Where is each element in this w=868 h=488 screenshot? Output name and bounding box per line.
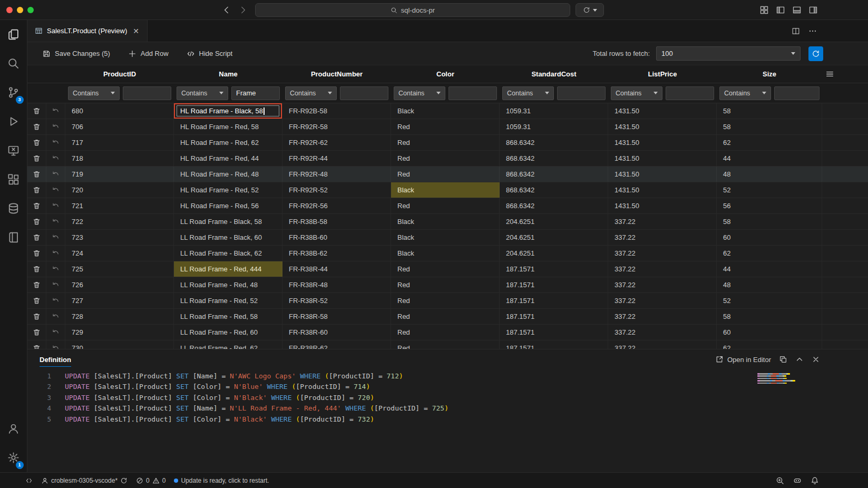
copy-icon[interactable]	[779, 355, 787, 364]
filter-operator-name[interactable]: Contains	[177, 86, 228, 100]
cell-name[interactable]: LL Road Frame - Red, 48	[174, 277, 282, 292]
cell-size[interactable]: 58	[717, 119, 822, 134]
cell-name[interactable]: HL Road Frame - Red, 52	[174, 182, 282, 198]
cell-name[interactable]: HL Road Frame - Black, 58	[174, 103, 282, 119]
column-header-size[interactable]: Size	[717, 70, 822, 78]
chevron-up-icon[interactable]	[795, 355, 804, 364]
cell-standard-cost[interactable]: 204.6251	[500, 230, 608, 245]
cell-standard-cost[interactable]: 187.1571	[500, 293, 608, 308]
open-in-editor-button[interactable]: Open in Editor	[715, 355, 771, 364]
table-row[interactable]: 724 LL Road Frame - Black, 62 FR-R38B-62…	[27, 246, 868, 261]
table-row[interactable]: 729 LL Road Frame - Red, 60 FR-R38R-60 R…	[27, 325, 868, 340]
cell-name[interactable]: LL Road Frame - Red, 444	[174, 261, 282, 277]
cell-product-number[interactable]: FR-R92R-62	[282, 135, 391, 150]
revert-row-button[interactable]	[46, 277, 65, 292]
cell-name[interactable]: HL Road Frame - Red, 58	[174, 119, 282, 134]
bell-icon[interactable]	[811, 476, 819, 485]
cell-product-number[interactable]: FR-R92R-44	[282, 151, 391, 166]
cell-name[interactable]: LL Road Frame - Red, 58	[174, 309, 282, 324]
delete-row-button[interactable]	[27, 103, 46, 119]
table-row[interactable]: 722 LL Road Frame - Black, 58 FR-R38B-58…	[27, 214, 868, 230]
cell-list-price[interactable]: 1431.50	[608, 103, 717, 119]
cell-product-id[interactable]: 725	[65, 261, 174, 277]
cell-name[interactable]: LL Road Frame - Red, 60	[174, 325, 282, 340]
table-row[interactable]: 717 HL Road Frame - Red, 62 FR-R92R-62 R…	[27, 135, 868, 151]
cell-standard-cost[interactable]: 187.1571	[500, 277, 608, 292]
delete-row-button[interactable]	[27, 261, 46, 277]
column-header-standardcost[interactable]: StandardCost	[500, 70, 608, 78]
filter-operator-size[interactable]: Contains	[719, 86, 771, 100]
cell-color[interactable]: Red	[391, 340, 500, 349]
cell-size[interactable]: 60	[717, 325, 822, 340]
cell-product-id[interactable]: 724	[65, 246, 174, 261]
cell-product-number[interactable]: FR-R92R-58	[282, 119, 391, 134]
sidebar-item-run-debug[interactable]	[0, 107, 27, 136]
column-header-productnumber[interactable]: ProductNumber	[282, 70, 391, 78]
delete-row-button[interactable]	[27, 309, 46, 324]
table-row[interactable]: 730 LL Road Frame - Red, 62 FR-R38R-62 R…	[27, 340, 868, 349]
cell-product-id[interactable]: 720	[65, 182, 174, 198]
cell-list-price[interactable]: 1431.50	[608, 182, 717, 198]
toggle-secondary-sidebar-icon[interactable]	[808, 5, 818, 15]
cell-product-id[interactable]: 722	[65, 214, 174, 229]
cell-size[interactable]: 62	[717, 246, 822, 261]
cell-list-price[interactable]: 337.22	[608, 293, 717, 308]
revert-row-button[interactable]	[46, 214, 65, 229]
revert-row-button[interactable]	[46, 198, 65, 213]
cell-product-number[interactable]: FR-R38R-44	[282, 261, 391, 277]
cell-product-number[interactable]: FR-R92R-52	[282, 182, 391, 198]
cell-color[interactable]: Red	[391, 198, 500, 213]
zoom-in-icon[interactable]	[776, 476, 784, 485]
add-row-button[interactable]: Add Row	[128, 50, 169, 58]
cell-list-price[interactable]: 337.22	[608, 261, 717, 277]
revert-row-button[interactable]	[46, 230, 65, 245]
table-row[interactable]: 680 HL Road Frame - Black, 58 FR-R92B-58…	[27, 103, 868, 119]
cell-standard-cost[interactable]: 187.1571	[500, 340, 608, 349]
cell-color[interactable]: Red	[391, 277, 500, 292]
cell-color[interactable]: Red	[391, 151, 500, 166]
revert-row-button[interactable]	[46, 246, 65, 261]
cell-list-price[interactable]: 337.22	[608, 246, 717, 261]
cell-name[interactable]: LL Road Frame - Red, 62	[174, 340, 282, 349]
column-header-productid[interactable]: ProductID	[65, 70, 174, 78]
cell-size[interactable]: 62	[717, 135, 822, 150]
revert-row-button[interactable]	[46, 293, 65, 308]
cell-size[interactable]: 58	[717, 103, 822, 119]
cell-product-number[interactable]: FR-R38R-52	[282, 293, 391, 308]
cell-size[interactable]: 56	[717, 198, 822, 213]
cell-product-number[interactable]: FR-R38R-48	[282, 277, 391, 292]
grid-menu-icon[interactable]	[822, 70, 868, 79]
table-row[interactable]: 727 LL Road Frame - Red, 52 FR-R38R-52 R…	[27, 293, 868, 309]
delete-row-button[interactable]	[27, 340, 46, 349]
forward-icon[interactable]	[238, 5, 248, 15]
filter-operator-listprice[interactable]: Contains	[611, 86, 662, 100]
column-header-color[interactable]: Color	[391, 70, 500, 78]
cell-product-id[interactable]: 730	[65, 340, 174, 349]
update-ready-item[interactable]: Update is ready, click to restart.	[174, 477, 269, 484]
cell-name[interactable]: HL Road Frame - Red, 48	[174, 167, 282, 182]
cell-size[interactable]: 60	[717, 230, 822, 245]
cell-product-number[interactable]: FR-R38R-62	[282, 340, 391, 349]
delete-row-button[interactable]	[27, 198, 46, 213]
minimize-window-button[interactable]	[17, 7, 23, 13]
revert-row-button[interactable]	[46, 340, 65, 349]
cell-color[interactable]: Red	[391, 309, 500, 324]
cell-size[interactable]: 52	[717, 293, 822, 308]
cell-color[interactable]: Black	[391, 214, 500, 229]
table-row[interactable]: 726 LL Road Frame - Red, 48 FR-R38R-48 R…	[27, 277, 868, 293]
cell-color[interactable]: Black	[391, 182, 500, 198]
cell-size[interactable]: 52	[717, 182, 822, 198]
sql-script-editor[interactable]: 1UPDATE [SalesLT].[Product] SET [Name] =…	[27, 369, 868, 472]
cell-standard-cost[interactable]: 204.6251	[500, 246, 608, 261]
cell-product-number[interactable]: FR-R92B-58	[282, 103, 391, 119]
cell-product-id[interactable]: 723	[65, 230, 174, 245]
cell-product-id[interactable]: 728	[65, 309, 174, 324]
sidebar-item-extensions[interactable]	[0, 165, 27, 194]
zoom-window-button[interactable]	[27, 7, 34, 13]
cell-product-id[interactable]: 680	[65, 103, 174, 119]
split-editor-icon[interactable]	[792, 27, 800, 35]
cell-size[interactable]: 62	[717, 340, 822, 349]
cell-standard-cost[interactable]: 868.6342	[500, 151, 608, 166]
cell-color[interactable]: Red	[391, 119, 500, 134]
cell-list-price[interactable]: 337.22	[608, 309, 717, 324]
